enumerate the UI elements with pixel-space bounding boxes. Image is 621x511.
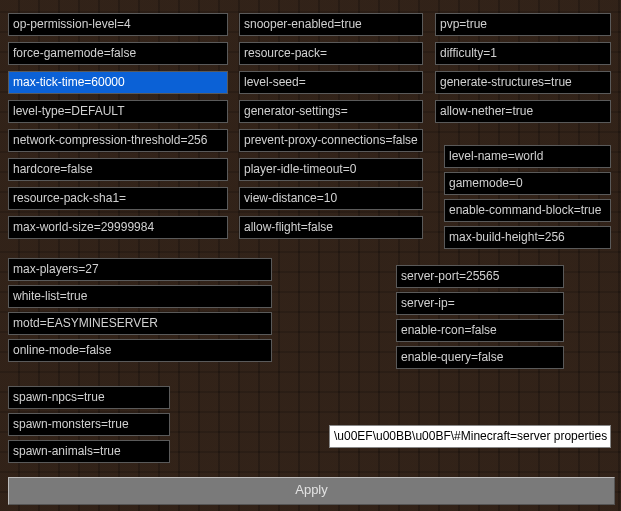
prop-enable-rcon[interactable]: enable-rcon=false [396,319,564,342]
prop-spawn-npcs[interactable]: spawn-npcs=true [8,386,170,409]
footer-raw-input[interactable]: \u00EF\u00BB\u00BF\#Minecraft=server pro… [329,425,611,448]
prop-max-build-height[interactable]: max-build-height=256 [444,226,611,249]
apply-button[interactable]: Apply [8,477,615,505]
prop-motd[interactable]: motd=EASYMINESERVER [8,312,272,335]
prop-white-list[interactable]: white-list=true [8,285,272,308]
prop-pvp[interactable]: pvp=true [435,13,611,36]
prop-gamemode[interactable]: gamemode=0 [444,172,611,195]
prop-network-compression-threshold[interactable]: network-compression-threshold=256 [8,129,228,152]
prop-max-tick-time[interactable]: max-tick-time=60000 [8,71,228,94]
server-properties-panel: op-permission-level=4 force-gamemode=fal… [0,0,621,511]
prop-force-gamemode[interactable]: force-gamemode=false [8,42,228,65]
prop-max-players[interactable]: max-players=27 [8,258,272,281]
prop-max-world-size[interactable]: max-world-size=29999984 [8,216,228,239]
prop-enable-query[interactable]: enable-query=false [396,346,564,369]
prop-server-port[interactable]: server-port=25565 [396,265,564,288]
prop-generate-structures[interactable]: generate-structures=true [435,71,611,94]
prop-spawn-monsters[interactable]: spawn-monsters=true [8,413,170,436]
prop-prevent-proxy-connections[interactable]: prevent-proxy-connections=false [239,129,423,152]
prop-resource-pack[interactable]: resource-pack= [239,42,423,65]
prop-player-idle-timeout[interactable]: player-idle-timeout=0 [239,158,423,181]
prop-view-distance[interactable]: view-distance=10 [239,187,423,210]
prop-snooper-enabled[interactable]: snooper-enabled=true [239,13,423,36]
prop-difficulty[interactable]: difficulty=1 [435,42,611,65]
prop-generator-settings[interactable]: generator-settings= [239,100,423,123]
prop-allow-nether[interactable]: allow-nether=true [435,100,611,123]
prop-resource-pack-sha1[interactable]: resource-pack-sha1= [8,187,228,210]
prop-allow-flight[interactable]: allow-flight=false [239,216,423,239]
prop-level-type[interactable]: level-type=DEFAULT [8,100,228,123]
prop-server-ip[interactable]: server-ip= [396,292,564,315]
prop-level-seed[interactable]: level-seed= [239,71,423,94]
prop-op-permission-level[interactable]: op-permission-level=4 [8,13,228,36]
prop-spawn-animals[interactable]: spawn-animals=true [8,440,170,463]
prop-hardcore[interactable]: hardcore=false [8,158,228,181]
prop-enable-command-block[interactable]: enable-command-block=true [444,199,611,222]
prop-online-mode[interactable]: online-mode=false [8,339,272,362]
prop-level-name[interactable]: level-name=world [444,145,611,168]
